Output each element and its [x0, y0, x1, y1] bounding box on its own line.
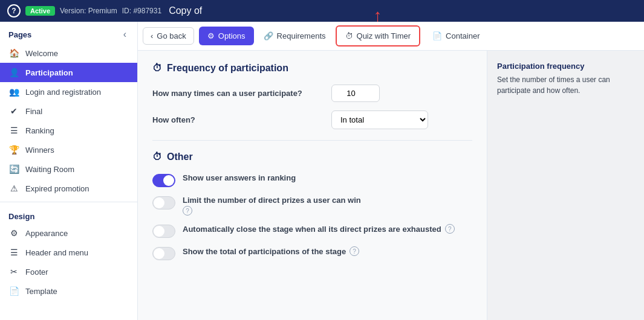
sidebar-item-label: Final: [25, 107, 42, 116]
sidebar-item-footer[interactable]: ✂ Footer: [0, 262, 137, 281]
how-many-label: How many times can a user participate?: [152, 89, 322, 98]
how-often-label: How often?: [152, 115, 322, 124]
top-header: ? Active Version: Premium ID: #987931 Co…: [0, 0, 644, 22]
requirements-tab-icon: 🔗: [264, 31, 273, 40]
sidebar-item-final[interactable]: ✔ Final: [0, 101, 137, 121]
tab-requirements[interactable]: 🔗 Requirements: [255, 27, 334, 45]
how-many-input[interactable]: [331, 85, 380, 102]
toggle-knob: [154, 248, 164, 259]
sidebar-item-winners[interactable]: 🏆 Winners: [0, 140, 137, 159]
tab-container-label: Container: [446, 31, 480, 40]
main-layout: Pages ‹ 🏠 Welcome 👤 Participation 👥 Logi…: [0, 22, 644, 320]
toggle-show-total[interactable]: [152, 247, 175, 260]
back-arrow-icon: ‹: [151, 31, 153, 40]
how-many-row: How many times can a user participate?: [152, 85, 472, 102]
sidebar-divider: [0, 202, 137, 202]
sidebar-item-participation[interactable]: 👤 Participation: [0, 63, 137, 82]
tabs-bar: ‹ Go back ⚙ Options 🔗 Requirements ↑ ⏱ Q…: [138, 22, 644, 51]
tab-options[interactable]: ⚙ Options: [199, 27, 254, 45]
toggle-knob: [163, 175, 174, 186]
toggle-show-total-label-group: Show the total of participations of the …: [183, 246, 359, 256]
limit-prizes-help-icon[interactable]: ?: [183, 206, 192, 216]
sidebar-item-header-menu[interactable]: ☰ Header and menu: [0, 243, 137, 262]
expired-icon: ⚠: [8, 183, 19, 194]
toggle-show-answers-row: Show user answers in ranking: [152, 173, 472, 187]
tab-requirements-label: Requirements: [277, 31, 326, 40]
form-column: ⏱ Frequency of participation How many ti…: [138, 51, 487, 320]
tab-container[interactable]: 📄 Container: [424, 27, 488, 45]
sidebar-item-label: Winners: [25, 146, 54, 155]
winners-icon: 🏆: [8, 144, 19, 155]
frequency-title-text: Frequency of participation: [167, 63, 288, 74]
sidebar-item-welcome[interactable]: 🏠 Welcome: [0, 43, 137, 63]
toggle-show-answers[interactable]: [152, 174, 175, 187]
sidebar-item-ranking[interactable]: ☰ Ranking: [0, 121, 137, 140]
info-panel-description: Set the number of times a user can parti…: [497, 74, 634, 96]
show-total-help-icon[interactable]: ?: [350, 246, 359, 256]
toggle-limit-prizes[interactable]: [152, 196, 175, 210]
footer-icon: ✂: [8, 266, 19, 277]
show-total-label: Show the total of participations of the …: [183, 247, 346, 256]
participation-icon: 👤: [8, 67, 19, 78]
content-area: ‹ Go back ⚙ Options 🔗 Requirements ↑ ⏱ Q…: [138, 22, 644, 320]
sidebar-item-label: Template: [25, 287, 57, 296]
main-columns: ⏱ Frequency of participation How many ti…: [138, 51, 644, 320]
tab-quiz-timer[interactable]: ⏱ Quiz with Timer: [336, 25, 421, 46]
status-badge: Active: [25, 6, 55, 16]
sidebar-item-label: Appearance: [25, 229, 68, 238]
toggle-show-answers-label-group: Show user answers in ranking: [183, 173, 296, 182]
sidebar-item-template[interactable]: 📄 Template: [0, 281, 137, 301]
waiting-icon: 🔄: [8, 164, 19, 174]
sidebar: Pages ‹ 🏠 Welcome 👤 Participation 👥 Logi…: [0, 22, 138, 320]
pages-label: Pages: [8, 30, 31, 39]
limit-prizes-label: Limit the number of direct prizes a user…: [183, 196, 361, 205]
sidebar-item-login[interactable]: 👥 Login and registration: [0, 82, 137, 101]
template-icon: 📄: [8, 286, 19, 296]
toggle-limit-prizes-row: Limit the number of direct prizes a user…: [152, 196, 472, 216]
options-tab-icon: ⚙: [207, 31, 215, 40]
other-icon: ⏱: [152, 152, 162, 162]
toggle-show-total-row: Show the total of participations of the …: [152, 246, 472, 260]
page-title: Copy of: [169, 5, 202, 16]
appearance-icon: ⚙: [8, 228, 19, 238]
toggle-limit-prizes-label-group: Limit the number of direct prizes a user…: [183, 196, 361, 216]
sidebar-item-label: Waiting Room: [25, 165, 74, 174]
section-divider: [152, 140, 472, 141]
frequency-section-title: ⏱ Frequency of participation: [152, 63, 472, 74]
how-often-row: How often? In total Per day Per week: [152, 110, 472, 129]
sidebar-collapse-btn[interactable]: ‹: [121, 29, 129, 40]
sidebar-item-label: Footer: [25, 267, 48, 277]
go-back-button[interactable]: ‹ Go back: [143, 27, 194, 45]
toggle-knob: [154, 197, 164, 208]
frequency-icon: ⏱: [152, 63, 162, 74]
red-arrow-icon: ↑: [374, 7, 382, 24]
login-icon: 👥: [8, 86, 19, 97]
how-often-select[interactable]: In total Per day Per week: [331, 110, 428, 129]
toggle-auto-close-label-group: Automatically close the stage when all i…: [183, 224, 455, 234]
sidebar-item-appearance[interactable]: ⚙ Appearance: [0, 223, 137, 243]
version-info: Version: Premium: [60, 7, 117, 15]
auto-close-help-icon[interactable]: ?: [445, 224, 455, 234]
sidebar-item-label: Ranking: [25, 126, 54, 135]
sidebar-item-waiting[interactable]: 🔄 Waiting Room: [0, 159, 137, 179]
toggle-auto-close[interactable]: [152, 225, 175, 238]
sidebar-item-expired[interactable]: ⚠ Expired promotion: [0, 179, 137, 198]
sidebar-design-header: Design: [0, 206, 137, 223]
toggle-sub: ?: [183, 206, 361, 216]
toggle-auto-close-row: Automatically close the stage when all i…: [152, 224, 472, 238]
sidebar-item-label: Welcome: [25, 49, 58, 58]
tab-options-label: Options: [218, 31, 246, 40]
sidebar-pages-header: Pages ‹: [0, 22, 137, 43]
go-back-label: Go back: [157, 31, 186, 40]
arrow-indicator: ↑ ⏱ Quiz with Timer: [336, 25, 421, 46]
help-icon[interactable]: ?: [7, 4, 21, 18]
toggle-knob: [154, 226, 164, 237]
ranking-icon: ☰: [8, 125, 19, 136]
sidebar-item-label: Login and registration: [25, 88, 101, 97]
sidebar-item-label: Header and menu: [25, 248, 88, 257]
sidebar-item-label: Expired promotion: [25, 184, 89, 193]
other-title-text: Other: [167, 152, 193, 162]
container-tab-icon: 📄: [432, 31, 442, 40]
info-panel-title: Participation frequency: [497, 62, 634, 71]
auto-close-label: Automatically close the stage when all i…: [183, 225, 441, 234]
